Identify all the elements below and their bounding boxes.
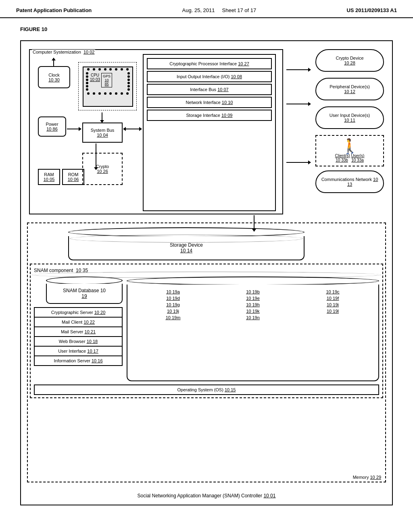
clock-up-arrow — [53, 58, 54, 66]
power-box: Power 10 86 — [38, 116, 66, 137]
db-grid-item: 10 19m — [134, 315, 212, 320]
user-figure-area: 🚶 Client(s) User(s) 10 33b 10 33a — [315, 135, 384, 166]
crypto-device-area: Crypto Device 10 28 Peripheral Device(s)… — [315, 49, 384, 193]
storage-interface-box: Storage Interface 10 09 — [147, 110, 272, 121]
snam-inner: SNAM Database 10 19 Cryptographic Server… — [34, 276, 379, 381]
db-grid-item: 10 19a — [134, 289, 212, 294]
systembus-down-arrow — [96, 143, 96, 170]
header-right: US 2011/0209133 A1 — [346, 7, 397, 13]
memory-label: Memory 10 29 — [353, 475, 381, 480]
peripheral-devices-cloud: Peripheral Device(s) 10 12 — [315, 78, 384, 100]
db-grid-item: 10 19j — [134, 309, 212, 314]
systembus-rightpanel-arrow — [123, 129, 142, 129]
main-diagram: Computer Systemization 10 02 Clock 10 30… — [20, 40, 393, 505]
cryptographic-server-box: Cryptographic Server 10 20 — [34, 307, 123, 318]
right-panel: Cryptographic Processor Interface 10 27 … — [143, 54, 276, 211]
header-left: Patent Application Publication — [16, 7, 92, 13]
ram-box: RAM 10 05 — [38, 169, 60, 185]
db-grid-item: 10 19c — [294, 289, 372, 294]
db-grid-item: 10 19b — [214, 289, 292, 294]
power-systembus-arrow — [67, 129, 81, 129]
interface-bus-box: Interface Bus 10 07 — [147, 84, 272, 95]
mail-client-box: Mail Client 10 22 — [34, 317, 123, 327]
db-cylinder-area: 10 19a10 19b10 19c10 19d10 19e10 19f10 1… — [127, 276, 379, 381]
header-sheet: Sheet 17 of 17 — [222, 7, 257, 13]
user-interface-box: User Interface 10 17 — [34, 346, 123, 356]
mail-server-box: Mail Server 10 21 — [34, 326, 123, 337]
storage-interface-down-arrow — [254, 215, 254, 231]
cpu-area: CPU 10 03 GPS 10 85 — [78, 62, 137, 110]
software-stack: SNAM Database 10 19 Cryptographic Server… — [34, 276, 123, 381]
db-grid-item: 10 19i — [294, 302, 372, 307]
computer-systemization-label: Computer Systemization 10 02 — [32, 50, 95, 54]
operating-system-box: Operating System (OS) 10 15 — [34, 384, 379, 395]
rom-box: ROM 10 06 — [62, 169, 84, 185]
computer-systemization-box: Computer Systemization 10 02 Clock 10 30… — [29, 49, 283, 214]
gps-block: GPS 10 85 — [101, 73, 112, 87]
snam-db-body: SNAM Database 10 19 — [46, 284, 123, 304]
db-grid-item: 10 19e — [214, 296, 292, 301]
storage-device-area: Storage Device 10 14 — [68, 227, 305, 260]
user-input-devices-cloud: User Input Device(s) 10 11 — [315, 106, 384, 129]
memory-section: Storage Device 10 14 SNAM component 10 3… — [27, 222, 386, 482]
diagram-wrapper: Computer Systemization 10 02 Clock 10 30… — [25, 45, 388, 501]
db-grid-item: 10 19h — [214, 302, 292, 307]
crypto-device-cloud: Crypto Device 10 28 — [315, 49, 384, 72]
db-grid-item: 10 19g — [134, 302, 212, 307]
db-grid-item: 10 19f — [294, 296, 372, 301]
client-user-labels: Client(s) User(s) 10 33b 10 33a — [319, 154, 380, 162]
clock-box: Clock 10 30 — [38, 66, 70, 88]
crypto-processor-interface-box: Cryptographic Processor Interface 10 27 — [147, 58, 272, 69]
db-grid-item: 10 19l — [294, 309, 372, 314]
db-grid-item: 10 19n — [214, 315, 292, 320]
figure-label: FIGURE 10 — [0, 18, 413, 36]
io-to-peripheral-arrow — [286, 104, 311, 104]
io-interface-box: Input Output Interface (I/O) 10 08 — [147, 71, 272, 82]
user-icon: 🚶 — [319, 139, 380, 154]
information-server-box: Information Server 10 16 — [34, 355, 123, 366]
header-center: Aug. 25, 2011 Sheet 17 of 17 — [182, 7, 257, 13]
communications-network-cloud: Communications Network 10 13 — [315, 170, 384, 193]
db-cyl-body: 10 19a10 19b10 19c10 19d10 19e10 19f10 1… — [127, 285, 379, 381]
crypto-to-cryptodev-arrow — [286, 69, 311, 70]
cpu-chip: CPU 10 03 GPS 10 85 — [83, 66, 133, 107]
db-grid: 10 19a10 19b10 19c10 19d10 19e10 19f10 1… — [131, 288, 375, 322]
snam-db-top — [46, 276, 123, 285]
cpu-systembus-arrow — [102, 112, 102, 123]
cylinder-mid-hint — [70, 235, 303, 243]
db-grid-item: 10 19d — [134, 296, 212, 301]
header-date: Aug. 25, 2011 — [182, 7, 215, 13]
db-cyl-top — [127, 276, 379, 285]
snam-component-box: SNAM component 10 35 SNAM Database 10 19 — [30, 264, 383, 398]
network-interface-box: Network Interface 10 10 — [147, 97, 272, 108]
crypto-internal-box: Crypto 10 26 — [82, 153, 123, 185]
snam-controller-label: Social Networking Application Manager (S… — [25, 493, 388, 499]
network-to-comms-arrow — [286, 162, 311, 163]
web-browser-box: Web Browser 10 18 — [34, 336, 123, 347]
db-grid-item: 10 19k — [214, 309, 292, 314]
system-bus-box: System Bus 10 04 — [82, 123, 123, 143]
page-header: Patent Application Publication Aug. 25, … — [0, 0, 413, 18]
snam-db-area: SNAM Database 10 19 — [46, 276, 123, 304]
